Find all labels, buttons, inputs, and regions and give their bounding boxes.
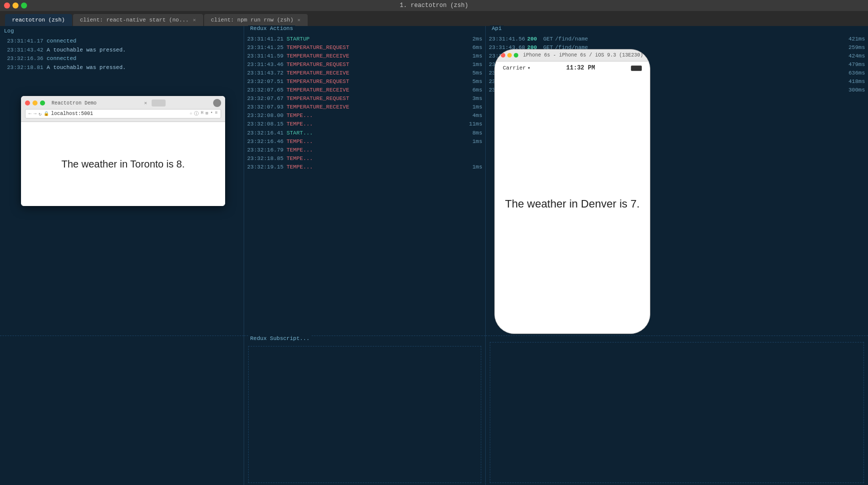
api-ms-6: 418ms: [847, 78, 865, 86]
tab-label-reactotron: reactotron (zsh): [12, 17, 65, 23]
main-content: Log 23:31:41.17 connected 23:31:43.42 A …: [0, 26, 868, 485]
log-time-2: 23:31:43.42: [7, 47, 44, 53]
redux-ms-1: 2ms: [467, 35, 482, 44]
redux-row-6: 23:32:07.51 TEMPERATURE_REQUEST 5ms: [247, 78, 482, 86]
redux-row-11: 23:32:08.15 TEMPE... 11ms: [247, 120, 482, 128]
log-entry-2: 23:31:43.42 A touchable was pressed.: [7, 46, 237, 55]
browser-chrome-toronto: Reactotron Demo ✕ ← → ↻ 🔒 localhost:5001…: [21, 96, 225, 122]
log-content: 23:31:41.17 connected 23:31:43.42 A touc…: [4, 35, 240, 74]
redux-action-4: TEMPERATURE_REQUEST: [287, 60, 349, 69]
browser-forward-toronto[interactable]: →: [34, 111, 37, 116]
browser-close-toronto[interactable]: [25, 100, 30, 106]
title-bar: 1. reactotron (zsh): [0, 0, 868, 11]
redux-time-16: 23:32:19.15: [247, 163, 284, 172]
redux-time-3: 23:31:41.59: [247, 52, 284, 60]
redux-action-11: TEMPE...: [287, 120, 313, 128]
iphone-close-dot[interactable]: [501, 53, 505, 58]
redux-actions-section: Redux Actions 23:31:41.21 STARTUP 2ms 23…: [244, 26, 485, 336]
redux-action-5: TEMPERATURE_RECEIVE: [287, 69, 349, 78]
browser-dots-toronto: Reactotron Demo ✕: [25, 99, 221, 107]
tab-reactotron[interactable]: reactotron (zsh): [5, 14, 72, 26]
redux-ms-11: 11ms: [467, 120, 482, 128]
tab-close-icon[interactable]: ✕: [193, 17, 196, 23]
redux-ms-12: 8ms: [467, 129, 482, 138]
redux-time-9: 23:32:07.93: [247, 103, 284, 112]
tab-label-npm-run: client: npm run rnw (zsh): [211, 17, 294, 23]
browser-content-toronto: The weather in Toronto is 8.: [21, 122, 225, 206]
redux-row-16: 23:32:19.15 TEMPE... 1ms: [247, 163, 482, 172]
redux-time-5: 23:31:43.72: [247, 69, 284, 78]
log-entry-4: 23:32:18.81 A touchable was pressed.: [7, 64, 237, 72]
log-time-1: 23:31:41.17: [7, 38, 44, 44]
redux-row-10: 23:32:08.00 TEMPE... 4ms: [247, 112, 482, 120]
log-panel: Log 23:31:41.17 connected 23:31:43.42 A …: [0, 26, 244, 485]
browser-refresh-toronto[interactable]: ↻: [39, 111, 42, 117]
redux-row-4: 23:31:43.46 TEMPERATURE_REQUEST 1ms: [247, 60, 482, 69]
redux-row-2: 23:31:41.25 TEMPERATURE_REQUEST 6ms: [247, 44, 482, 52]
iphone-top-bar: iPhone 6s - iPhone 6s / iOS 9.3 (13E230): [495, 50, 650, 62]
iphone-max-dot[interactable]: [514, 53, 518, 58]
tab-bar: reactotron (zsh) client: react-native st…: [0, 11, 868, 26]
redux-actions-content: 23:31:41.21 STARTUP 2ms 23:31:41.25 TEMP…: [244, 34, 485, 172]
tab-close-icon-2[interactable]: ✕: [298, 17, 301, 23]
browser-url-toronto[interactable]: localhost:5001: [51, 111, 188, 116]
minimize-dot[interactable]: [13, 2, 19, 8]
api-method-1: GET: [543, 35, 553, 44]
bookmark-icon[interactable]: H: [201, 110, 203, 117]
redux-action-1: STARTUP: [287, 35, 310, 44]
redux-row-7: 23:32:07.65 TEMPERATURE_RECEIVE 6ms: [247, 86, 482, 94]
redux-row-1: 23:31:41.21 STARTUP 2ms: [247, 35, 482, 44]
api-ms-3: 424ms: [847, 52, 865, 60]
browser-max-toronto[interactable]: [40, 100, 45, 106]
api-status-1: 200: [527, 35, 541, 44]
browser-nav-toronto: ← → ↻ 🔒 localhost:5001 ☆ ⓘ H ⊞ • ≡: [25, 109, 221, 118]
browser-toronto: Reactotron Demo ✕ ← → ↻ 🔒 localhost:5001…: [21, 96, 225, 206]
log-entry-1: 23:31:41.17 connected: [7, 37, 237, 46]
redux-action-2: TEMPERATURE_REQUEST: [287, 44, 349, 52]
iphone-screen: The weather in Denver is 7.: [495, 74, 650, 334]
redux-action-13: TEMPE...: [287, 138, 313, 146]
window-controls: [4, 2, 27, 8]
iphone-time: 11:32 PM: [566, 64, 595, 72]
redux-action-14: TEMPE...: [287, 146, 313, 154]
redux-action-7: TEMPERATURE_RECEIVE: [287, 86, 349, 94]
redux-panel: Redux Actions 23:31:41.21 STARTUP 2ms 23…: [244, 26, 486, 485]
denver-weather-text: The weather in Denver is 7.: [505, 198, 639, 210]
api-ms-4: 479ms: [847, 60, 865, 69]
ext-icon[interactable]: ⊞: [206, 110, 208, 117]
browser-back-toronto[interactable]: ←: [29, 111, 32, 116]
tab-react-native[interactable]: client: react-native start (no... ✕: [73, 14, 203, 26]
browser-min-toronto[interactable]: [33, 100, 38, 106]
star-icon[interactable]: ☆: [190, 110, 192, 117]
api-time-1: 23:31:41.56: [489, 35, 525, 44]
api-bottom-content: [490, 342, 864, 483]
info-icon[interactable]: ⓘ: [194, 110, 199, 117]
toronto-weather-text: The weather in Toronto is 8.: [62, 158, 185, 170]
redux-ms-8: 3ms: [467, 94, 482, 103]
dot-icon[interactable]: •: [210, 110, 213, 117]
redux-time-7: 23:32:07.65: [247, 86, 284, 94]
log-text-1: connected: [47, 38, 76, 44]
menu-icon[interactable]: ≡: [215, 110, 218, 117]
redux-subscriptions-section: Redux Subscript...: [244, 336, 485, 485]
tab-npm-run[interactable]: client: npm run rnw (zsh) ✕: [204, 14, 308, 26]
browser-new-tab-toronto: [152, 100, 166, 106]
redux-time-13: 23:32:16.46: [247, 138, 284, 146]
api-ms-2: 259ms: [847, 44, 865, 52]
maximize-dot[interactable]: [21, 2, 27, 8]
close-dot[interactable]: [4, 2, 10, 8]
redux-time-1: 23:31:41.21: [247, 35, 284, 44]
redux-row-12: 23:32:16.41 START... 8ms: [247, 129, 482, 138]
redux-action-3: TEMPERATURE_RECEIVE: [287, 52, 349, 60]
iphone-min-dot[interactable]: [507, 53, 512, 58]
redux-row-14: 23:32:16.79 TEMPE...: [247, 146, 482, 154]
iphone-model-label: iPhone 6s - iPhone 6s / iOS 9.3 (13E230): [522, 52, 644, 58]
redux-ms-2: 6ms: [467, 44, 482, 52]
browser-tab-close-toronto[interactable]: ✕: [144, 100, 147, 106]
iphone-battery-icon: [631, 66, 642, 71]
redux-action-9: TEMPERATURE_RECEIVE: [287, 103, 349, 112]
redux-ms-6: 5ms: [467, 78, 482, 86]
redux-ms-4: 1ms: [467, 60, 482, 69]
browser-url-icons-toronto: ☆ ⓘ H ⊞ • ≡: [190, 110, 218, 117]
iphone-frame: iPhone 6s - iPhone 6s / iOS 9.3 (13E230)…: [494, 49, 650, 334]
